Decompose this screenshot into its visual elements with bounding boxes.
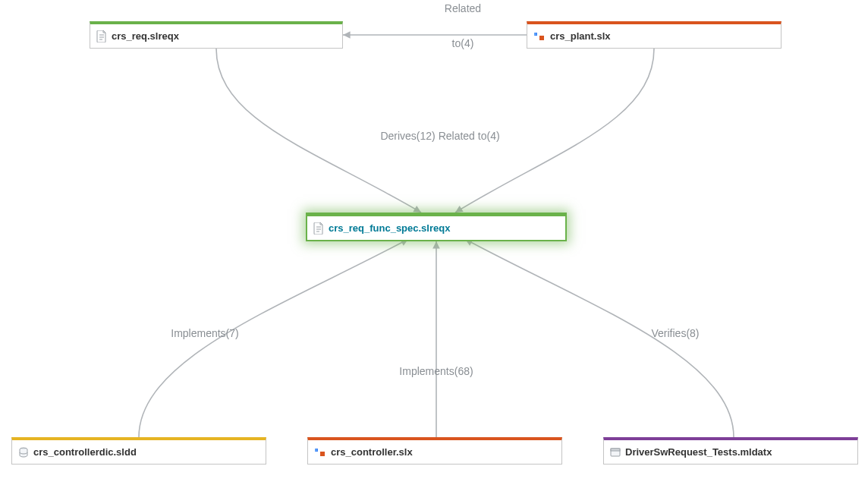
edge-derives	[216, 49, 421, 213]
node-label: crs_controller.slx	[331, 446, 413, 458]
node-crs-req[interactable]: crs_req.slreqx	[90, 21, 343, 49]
node-label: DriverSwRequest_Tests.mldatx	[625, 446, 772, 458]
node-label: crs_req.slreqx	[112, 30, 179, 42]
svg-rect-10	[611, 449, 620, 451]
node-crs-plant[interactable]: crs_plant.slx	[527, 21, 782, 49]
document-icon	[313, 222, 324, 235]
edge-implements-7	[139, 239, 408, 437]
simulink-model-icon	[533, 31, 546, 42]
edge-label-implements68: Implements(68)	[368, 364, 505, 379]
test-file-icon	[610, 447, 621, 458]
edge-label-verifies8: Verifies(8)	[615, 326, 736, 341]
traceability-diagram: { "nodes": { "req": { "label": "crs_req.…	[0, 0, 868, 485]
node-label: crs_req_func_spec.slreqx	[329, 222, 450, 234]
node-label: crs_controllerdic.sldd	[33, 446, 137, 458]
document-icon	[96, 30, 107, 43]
edge-verifies-8	[465, 239, 734, 437]
node-crs-req-func-spec[interactable]: crs_req_func_spec.slreqx	[306, 213, 567, 241]
database-icon	[18, 447, 29, 458]
node-label: crs_plant.slx	[550, 30, 611, 42]
edges-layer	[0, 0, 868, 485]
simulink-model-icon	[314, 447, 326, 458]
svg-rect-8	[320, 452, 325, 456]
node-crs-controllerdic[interactable]: crs_controllerdic.sldd	[11, 437, 266, 465]
edge-label-related-2: to(4)	[425, 36, 501, 51]
node-driver-sw-request-tests[interactable]: DriverSwRequest_Tests.mldatx	[603, 437, 858, 465]
edge-label-implements7: Implements(7)	[144, 326, 266, 341]
node-crs-controller[interactable]: crs_controller.slx	[307, 437, 562, 465]
edge-related-to-down	[455, 49, 654, 213]
edge-label-related-1: Related	[425, 2, 501, 16]
edge-label-derives-related: Derives(12) Related to(4)	[349, 129, 531, 143]
svg-rect-3	[539, 36, 544, 40]
